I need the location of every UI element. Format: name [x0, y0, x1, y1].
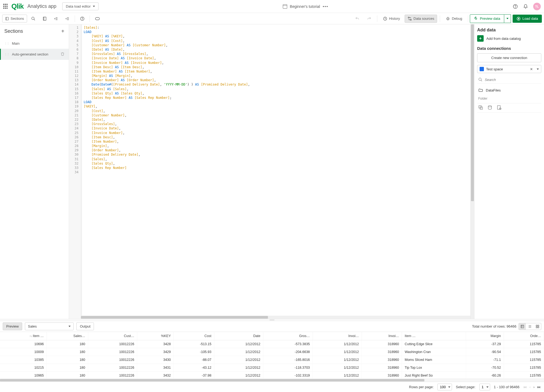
table-row[interactable]: 10965180100122263432-37.981/12/2012-102.… [0, 372, 544, 379]
create-connection-button[interactable]: Create new connection [477, 53, 541, 62]
undo-icon[interactable] [352, 15, 362, 23]
prev-page-icon[interactable]: ‹ [529, 385, 530, 389]
more-icon[interactable]: ••• [323, 4, 328, 9]
indent-icon[interactable] [51, 15, 61, 23]
column-header[interactable]: Cost [174, 332, 214, 340]
table-cell: -37.29 [466, 340, 504, 348]
table-cell: 10215 [0, 364, 47, 372]
preview-data-chevron[interactable] [504, 14, 511, 23]
column-header[interactable]: Item … [402, 332, 466, 340]
table-cell: 10012226 [88, 364, 137, 372]
debug-button[interactable]: Debug [443, 15, 465, 23]
rows-per-page-label: Rows per page: [409, 385, 434, 389]
space-selector[interactable]: Test space ✕ [477, 65, 541, 73]
table-cell: 10012226 [88, 372, 137, 379]
preview-tab[interactable]: Preview [3, 322, 22, 330]
app-launcher-icon[interactable] [3, 4, 9, 9]
outdent-icon[interactable] [62, 15, 73, 23]
table-cell: 10012226 [88, 356, 137, 364]
add-section-icon[interactable]: + [61, 28, 64, 34]
code-editor[interactable]: 1234567891011121314151617181920212223242… [69, 24, 474, 319]
redo-icon[interactable] [364, 15, 374, 23]
view-grid-icon[interactable] [534, 323, 541, 330]
tag-icon[interactable] [92, 15, 103, 22]
comment-icon[interactable] [40, 15, 50, 23]
column-header[interactable]: Invoi… [313, 332, 362, 340]
connection-search[interactable] [477, 76, 541, 84]
column-header[interactable]: Margin [466, 332, 504, 340]
editor-hscrollbar[interactable] [81, 316, 470, 319]
table-cell: 115785 [504, 340, 544, 348]
data-sources-button[interactable]: Data sources [405, 15, 437, 23]
svg-point-27 [475, 18, 477, 19]
drag-handle-icon[interactable]: ⋮⋮ [4, 53, 9, 56]
table-cell: 115785 [504, 348, 544, 356]
column-header[interactable]: Gros… [263, 332, 313, 340]
editor-vscrollbar[interactable] [470, 24, 474, 319]
load-data-button[interactable]: Load data [513, 15, 542, 23]
search-icon[interactable] [28, 15, 38, 23]
first-page-icon[interactable]: ⏮ [523, 385, 527, 389]
table-row[interactable]: 10215180100122263431-43.121/12/2012-118.… [0, 364, 544, 372]
clear-space-icon[interactable]: ✕ [530, 67, 533, 71]
table-hscrollbar[interactable] [0, 378, 544, 382]
preview-data-button[interactable]: Preview data [470, 14, 504, 23]
table-cell: 318960 [362, 356, 402, 364]
avatar[interactable]: TL [533, 3, 541, 10]
datafiles-item[interactable]: DataFiles [477, 86, 541, 94]
line-gutter: 1234567891011121314151617181920212223242… [69, 24, 81, 319]
column-header[interactable]: Cust… [88, 332, 137, 340]
horizontal-splitter[interactable] [0, 319, 544, 321]
add-data-title: Add data [477, 28, 541, 32]
column-header[interactable]: Invoi… [362, 332, 402, 340]
select-page-select[interactable]: 1 [479, 384, 490, 390]
svg-rect-46 [538, 327, 539, 328]
table-selector[interactable]: Sales [25, 322, 74, 330]
column-header[interactable]: Sales… [47, 332, 88, 340]
section-item[interactable]: ⋮⋮Auto-generated section [0, 49, 69, 60]
view-list-icon[interactable] [526, 323, 533, 330]
column-header[interactable]: Date [214, 332, 263, 340]
table-row[interactable]: 10009180100122263429-105.931/12/2012-204… [0, 348, 544, 356]
help-icon[interactable] [513, 4, 518, 9]
section-item[interactable]: ⋮⋮Main [0, 38, 69, 49]
output-tab[interactable]: Output [76, 322, 94, 330]
trash-icon[interactable] [61, 52, 64, 57]
table-row[interactable]: 10696180100122263428-513.151/12/2012-573… [0, 340, 544, 348]
select-page-label: Select page: [456, 385, 475, 389]
table-cell: 1/12/2012 [214, 356, 263, 364]
last-page-icon[interactable]: ⏭ [537, 385, 541, 389]
add-from-catalog-button[interactable]: + Add from data catalog [477, 35, 541, 42]
view-table-icon[interactable] [519, 323, 526, 330]
table-cell: 3429 [137, 348, 173, 356]
next-page-icon[interactable]: › [533, 385, 535, 389]
sections-toggle[interactable]: Sections [2, 15, 27, 22]
svg-rect-43 [536, 325, 537, 326]
sections-title: Sections [4, 28, 23, 34]
datafiles-label: DataFiles [486, 88, 501, 92]
bell-icon[interactable] [523, 4, 528, 9]
svg-point-4 [32, 17, 34, 19]
table-cell: 180 [47, 340, 88, 348]
drag-handle-icon[interactable]: ⋮⋮ [4, 42, 9, 45]
svg-rect-35 [497, 106, 500, 109]
tutorial-title[interactable]: Beginner's tutorial [290, 4, 320, 9]
svg-line-23 [447, 18, 447, 18]
folder-label: Folder [477, 97, 541, 100]
connection-search-input[interactable] [485, 78, 540, 82]
table-row[interactable]: 10385180100122263430-88.071/12/2012-165.… [0, 356, 544, 364]
help-toolbar-icon[interactable] [77, 15, 87, 23]
history-button[interactable]: History [380, 15, 403, 23]
table-cell: 180 [47, 356, 88, 364]
rows-per-page-select[interactable]: 100 [437, 384, 452, 390]
mode-selector[interactable]: Data load editor [62, 2, 99, 10]
table-cell: 1/12/2012 [214, 340, 263, 348]
table-cell: 1/12/2012 [313, 364, 362, 372]
column-header[interactable]: Orde… [504, 332, 544, 340]
column-header[interactable]: %KEY [137, 332, 173, 340]
pick-data-icon[interactable] [478, 105, 483, 111]
column-header[interactable]: ↑↓Item … [0, 332, 47, 340]
table-cell: 180 [47, 372, 88, 379]
script-icon[interactable] [497, 105, 502, 111]
add-data-icon[interactable] [487, 105, 492, 111]
